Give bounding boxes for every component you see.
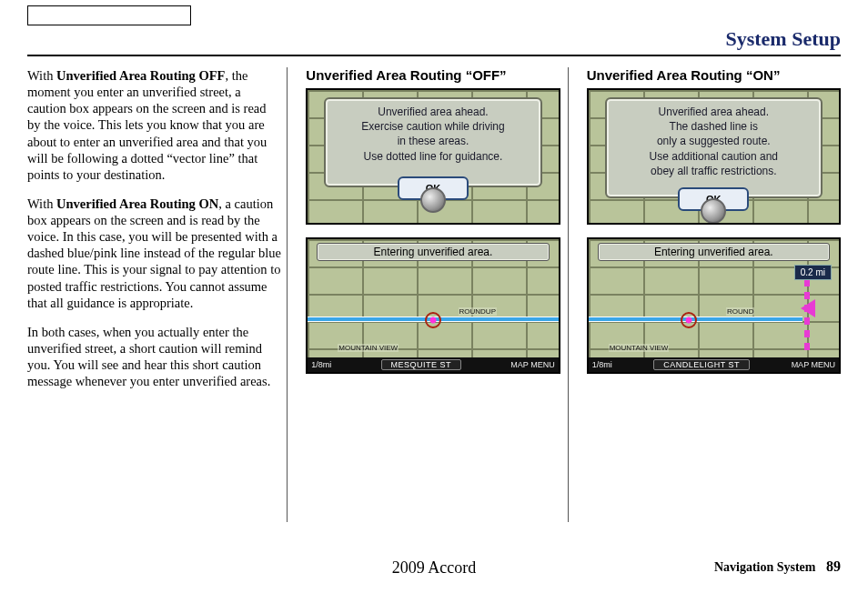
nav-screenshot-off-map: Entering unverified area. ROUNDUP MOUNTA… [306,237,560,374]
para-off: With Unverified Area Routing OFF, the mo… [27,67,281,183]
text: With [27,196,56,211]
scale-label: 1/8mi [592,360,612,369]
page-number: 89 [826,558,841,574]
dialog-line: obey all traffic restrictions. [612,164,815,178]
street-label: ROUNDUP [459,307,497,316]
nav-screenshot-off-dialog: Unverified area ahead. Exercise caution … [306,88,560,225]
distance-box: 0.2 mi [794,265,832,280]
dialog-line: in these areas. [331,134,534,148]
para-both: In both cases, when you actually enter t… [27,324,281,390]
page-header: System Setup [27,27,841,56]
dialog-line: Use additional caution and [612,149,815,164]
status-text: Entering unverified area. [374,246,493,258]
dialog-line: Exercise caution while driving [331,119,534,134]
dialog-line: Unverified area ahead. [331,105,534,119]
dialog-line: only a suggested route. [612,134,815,148]
dialog-line: The dashed line is [612,119,815,134]
map-bottom-bar: 1/8mi MESQUITE ST MAP MENU [308,357,558,372]
footer-model: 2009 Accord [392,558,476,578]
col3-heading: Unverified Area Routing “ON” [587,67,841,83]
vehicle-cursor-icon [425,312,441,328]
turn-arrow-icon [801,299,815,317]
nav-screenshot-on-map: Entering unverified area. 0.2 mi ROUND M… [587,237,841,374]
status-bar: Entering unverified area. [598,243,830,261]
status-bar: Entering unverified area. [317,243,549,261]
vehicle-cursor-icon [681,312,697,328]
column-2: Unverified Area Routing “OFF” Unverified… [298,67,568,522]
col2-heading: Unverified Area Routing “OFF” [306,67,560,83]
street-label: MOUNTAIN VIEW [609,344,670,352]
current-street: MESQUITE ST [381,359,462,370]
column-1: With Unverified Area Routing OFF, the mo… [27,67,288,522]
map-menu-button[interactable]: MAP MENU [792,360,835,369]
text: , a caution box appears on the screen an… [27,196,281,310]
bold-off: Unverified Area Routing OFF [56,68,225,83]
footer-right: Navigation System 89 [714,558,841,575]
text: With [27,68,56,83]
street-label: MOUNTAIN VIEW [338,344,399,352]
map-bottom-bar: 1/8mi CANDLELIGHT ST MAP MENU [589,357,839,372]
page-footer: 2009 Accord Navigation System 89 [27,558,841,575]
header-box [27,5,191,25]
nav-screenshot-on-dialog: Unverified area ahead. The dashed line i… [587,88,841,225]
dial-knob-icon [420,187,446,213]
street-label: ROUND [726,307,754,316]
footer-section: Navigation System [714,560,816,574]
current-street: CANDLELIGHT ST [653,359,750,370]
caution-dialog: Unverified area ahead. The dashed line i… [605,97,823,198]
page-title: System Setup [725,27,841,51]
dialog-line: Unverified area ahead. [612,105,815,119]
text: , the moment you enter an unverified str… [27,68,267,182]
dialog-line: Use dotted line for guidance. [331,149,534,164]
scale-label: 1/8mi [311,360,331,369]
bold-on: Unverified Area Routing ON [56,196,218,211]
status-text: Entering unverified area. [654,246,773,258]
caution-dialog: Unverified area ahead. Exercise caution … [324,97,541,187]
para-on: With Unverified Area Routing ON, a cauti… [27,196,281,311]
dial-knob-icon [701,198,726,224]
map-menu-button[interactable]: MAP MENU [510,360,554,369]
column-3: Unverified Area Routing “ON” Unverified … [580,67,841,522]
